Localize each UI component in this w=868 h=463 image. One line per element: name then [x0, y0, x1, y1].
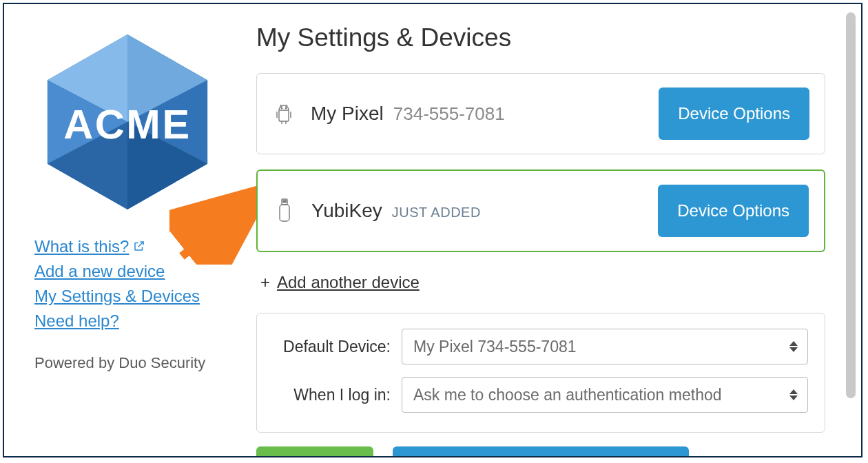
default-device-label: Default Device: — [273, 338, 402, 356]
add-another-label: Add another device — [277, 273, 420, 292]
device-options-button[interactable]: Device Options — [658, 185, 809, 237]
add-another-device[interactable]: + Add another device — [260, 273, 420, 292]
login-behavior-row: When I log in: Ask me to choose an authe… — [273, 377, 808, 413]
sort-caret-icon — [789, 389, 798, 400]
device-card-highlighted: YubiKey JUST ADDED Device Options — [256, 169, 825, 252]
default-device-row: Default Device: My Pixel 734-555-7081 — [273, 329, 808, 364]
sidebar: ACME What is this? Add a new device My S… — [34, 29, 234, 372]
device-phone: 734-555-7081 — [393, 103, 505, 125]
powered-by: Powered by Duo Security — [34, 354, 234, 372]
svg-rect-18 — [280, 205, 289, 221]
brand-logo-text: ACME — [63, 101, 192, 147]
footer-buttons — [256, 446, 689, 457]
sidebar-links: What is this? Add a new device My Settin… — [34, 237, 234, 331]
page-title: My Settings & Devices — [256, 23, 825, 52]
link-label: Need help? — [34, 311, 119, 331]
device-info: My Pixel 734-555-7081 — [311, 103, 659, 125]
main-content: My Settings & Devices My Pixel 734-555-7… — [256, 23, 825, 433]
footer-button-green[interactable] — [256, 446, 373, 457]
sort-caret-icon — [789, 341, 798, 352]
device-card: My Pixel 734-555-7081 Device Options — [256, 73, 825, 154]
plus-icon: + — [260, 273, 270, 292]
usb-key-icon — [273, 198, 296, 224]
link-add-device[interactable]: Add a new device — [34, 262, 165, 281]
scrollbar[interactable] — [846, 12, 856, 398]
device-info: YubiKey JUST ADDED — [311, 200, 658, 222]
select-value: Ask me to choose an authentication metho… — [413, 386, 722, 404]
just-added-badge: JUST ADDED — [392, 205, 481, 220]
android-icon — [272, 103, 296, 125]
svg-point-12 — [285, 107, 286, 108]
device-options-button[interactable]: Device Options — [659, 88, 809, 140]
device-name: My Pixel — [311, 103, 384, 125]
brand-logo: ACME — [34, 29, 220, 215]
svg-rect-20 — [285, 200, 287, 203]
svg-rect-19 — [283, 200, 285, 203]
login-behavior-label: When I log in: — [273, 386, 402, 404]
login-behavior-select[interactable]: Ask me to choose an authentication metho… — [402, 377, 808, 413]
select-value: My Pixel 734-555-7081 — [413, 338, 577, 356]
link-what-is-this[interactable]: What is this? — [34, 237, 145, 256]
svg-point-11 — [281, 107, 282, 108]
default-device-select[interactable]: My Pixel 734-555-7081 — [402, 329, 808, 364]
link-label: My Settings & Devices — [34, 287, 200, 306]
footer-button-blue[interactable] — [393, 446, 689, 457]
app-frame: ACME What is this? Add a new device My S… — [3, 3, 862, 457]
link-label: What is this? — [34, 237, 129, 256]
link-my-settings[interactable]: My Settings & Devices — [34, 287, 200, 306]
external-link-icon — [133, 237, 145, 256]
link-need-help[interactable]: Need help? — [34, 311, 119, 331]
device-name: YubiKey — [311, 200, 382, 222]
link-label: Add a new device — [34, 262, 165, 281]
settings-panel: Default Device: My Pixel 734-555-7081 Wh… — [256, 313, 825, 433]
